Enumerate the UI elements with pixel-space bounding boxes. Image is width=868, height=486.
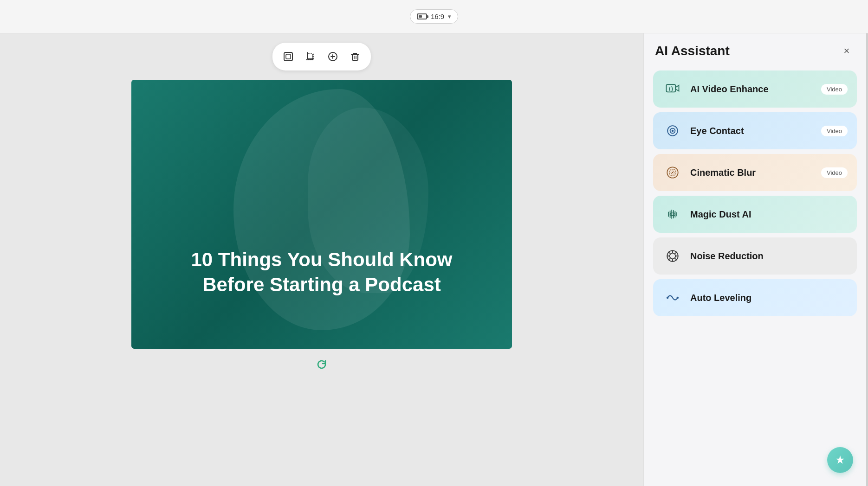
editor-toolbar xyxy=(272,43,371,70)
video-title: 10 Things You Should Know Before Startin… xyxy=(155,247,489,298)
cinematic-blur-label: Cinematic Blur xyxy=(690,167,814,178)
noise-reduction-icon xyxy=(662,246,683,266)
noise-reduction-label: Noise Reduction xyxy=(690,251,848,262)
ai-card-cinematic-blur[interactable]: Cinematic Blur Video xyxy=(653,154,857,191)
svg-rect-5 xyxy=(667,84,676,92)
svg-point-21 xyxy=(670,253,676,259)
aspect-ratio-label: 16:9 xyxy=(431,13,444,20)
ai-card-magic-dust[interactable]: Magic Dust AI xyxy=(653,196,857,233)
svg-rect-0 xyxy=(284,52,292,61)
ai-panel-header: AI Assistant × xyxy=(653,43,857,59)
svg-point-31 xyxy=(677,297,679,299)
ai-assistant-panel: AI Assistant × AI Video Enhance Video xyxy=(643,33,866,486)
battery-icon xyxy=(417,13,427,19)
add-tool-button[interactable] xyxy=(323,46,343,67)
crop-tool-button[interactable] xyxy=(300,46,321,67)
right-divider xyxy=(866,33,868,486)
svg-rect-4 xyxy=(352,55,358,60)
svg-line-26 xyxy=(668,252,670,253)
svg-point-8 xyxy=(672,130,674,132)
top-bar: 16:9 ▾ xyxy=(0,0,868,33)
ai-panel-title: AI Assistant xyxy=(655,44,730,58)
floating-ai-button[interactable] xyxy=(827,447,853,473)
cinematic-blur-badge: Video xyxy=(821,167,848,178)
editor-panel: 10 Things You Should Know Before Startin… xyxy=(0,33,643,486)
refresh-button[interactable] xyxy=(313,356,330,373)
ai-card-auto-leveling[interactable]: Auto Leveling xyxy=(653,279,857,316)
aspect-ratio-selector[interactable]: 16:9 ▾ xyxy=(410,9,458,24)
ai-card-noise-reduction[interactable]: Noise Reduction xyxy=(653,237,857,275)
svg-rect-13 xyxy=(670,213,675,215)
video-preview: 10 Things You Should Know Before Startin… xyxy=(131,80,512,349)
eye-contact-icon xyxy=(662,121,683,141)
magic-dust-label: Magic Dust AI xyxy=(690,209,848,220)
close-button[interactable]: × xyxy=(838,43,855,59)
chevron-down-icon: ▾ xyxy=(448,13,451,20)
eye-contact-label: Eye Contact xyxy=(690,126,814,136)
auto-leveling-label: Auto Leveling xyxy=(690,293,848,303)
main-content: 10 Things You Should Know Before Startin… xyxy=(0,33,868,486)
svg-line-28 xyxy=(675,252,676,253)
ai-video-enhance-icon xyxy=(662,79,683,99)
select-tool-button[interactable] xyxy=(278,46,298,67)
ai-card-video-enhance[interactable]: AI Video Enhance Video xyxy=(653,70,857,108)
ai-video-enhance-label: AI Video Enhance xyxy=(690,84,814,95)
svg-point-30 xyxy=(667,297,669,299)
svg-rect-1 xyxy=(286,54,291,59)
auto-leveling-icon xyxy=(662,288,683,308)
magic-dust-icon xyxy=(662,204,683,224)
svg-point-12 xyxy=(672,172,674,173)
ai-video-enhance-badge: Video xyxy=(821,84,848,95)
svg-line-27 xyxy=(675,258,676,260)
delete-tool-button[interactable] xyxy=(345,46,365,67)
eye-contact-badge: Video xyxy=(821,126,848,136)
svg-line-29 xyxy=(668,258,670,260)
cinematic-blur-icon xyxy=(662,162,683,183)
ai-card-eye-contact[interactable]: Eye Contact Video xyxy=(653,112,857,149)
